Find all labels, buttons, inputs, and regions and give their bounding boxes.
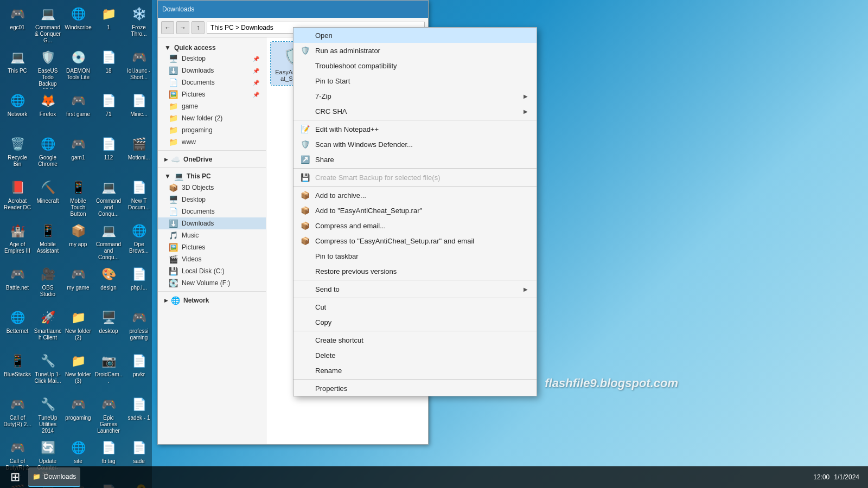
context-menu-item-7zip[interactable]: 7-Zip ▶: [293, 88, 537, 104]
desktop-icon-command-conquer[interactable]: 💻 Command & Conquer G...: [33, 2, 63, 46]
context-menu-item-notepad[interactable]: 📝 Edit with Notepad++: [293, 121, 537, 137]
desktop-icon-sadek-1[interactable]: 📄 sadek - 1: [124, 393, 154, 436]
context-menu-item-troubleshoot[interactable]: Troubleshoot compatibility: [293, 58, 537, 73]
desktop-icon-professi-gaming[interactable]: 🎮 professi gaming: [124, 306, 154, 349]
desktop-icon-droidcam[interactable]: 📷 DroidCam...: [93, 349, 124, 393]
sidebar-item-desktop-pc[interactable]: 🖥️ Desktop: [158, 194, 266, 206]
desktop-icon-froze-thro[interactable]: ❄️ Froze Thro...: [124, 2, 154, 46]
back-button[interactable]: ←: [161, 21, 174, 34]
sidebar-item-local-disk[interactable]: 💾 Local Disk (C:): [158, 265, 266, 277]
context-menu-item-properties[interactable]: Properties: [293, 381, 537, 396]
desktop-icon-img-my-game: 🎮: [69, 266, 87, 283]
desktop-icon-progaming[interactable]: 🎮 progaming: [63, 393, 93, 436]
desktop-icon-first-game[interactable]: 🎮 first game: [63, 89, 93, 132]
desktop-icon-112[interactable]: 📄 112: [93, 132, 124, 176]
sidebar-item-www[interactable]: 📁 www: [158, 136, 266, 148]
start-button[interactable]: ⊞: [4, 467, 26, 487]
desktop-icon-daemon-tools[interactable]: 💿 DAEMON Tools Lite: [63, 46, 93, 89]
sidebar-item-downloads-quick[interactable]: ⬇️ Downloads 📌: [158, 65, 266, 76]
context-menu-item-create-shortcut[interactable]: Create shortcut: [293, 332, 537, 348]
context-menu-item-compress-email[interactable]: 📦 Compress and email...: [293, 218, 537, 233]
desktop-icon-new-folder3[interactable]: 📁 New folder (3): [63, 349, 93, 393]
sidebar-item-3d-objects[interactable]: 📦 3D Objects: [158, 182, 266, 194]
sidebar-item-desktop-quick[interactable]: 🖥️ Desktop 📌: [158, 53, 266, 65]
desktop-icon-command-conq2[interactable]: 💻 Command and Conqu...: [93, 176, 124, 219]
context-menu-item-pin-taskbar[interactable]: Pin to taskbar: [293, 248, 537, 264]
context-menu-item-rename[interactable]: Rename: [293, 363, 537, 378]
desktop-icon-command-conq3[interactable]: 💻 Command and Conqu...: [93, 219, 124, 262]
sidebar-item-downloads-pc[interactable]: ⬇️ Downloads: [158, 217, 266, 229]
desktop-icon-acrobat[interactable]: 📕 Acrobat Reader DC: [2, 176, 33, 219]
desktop-icon-call-of-duty[interactable]: 🎮 Call of Duty(R) 2...: [2, 393, 33, 436]
sidebar-item-videos[interactable]: 🎬 Videos: [158, 253, 266, 265]
desktop-icon-1[interactable]: 📁 1: [93, 2, 124, 46]
desktop-icon-ope-brows[interactable]: 🌐 Ope Brows...: [124, 219, 154, 262]
desktop-icon-mobile-assist[interactable]: 📱 Mobile Assistant: [33, 219, 63, 262]
sidebar-item-documents-pc[interactable]: 📄 Documents: [158, 206, 266, 217]
context-menu-item-restore-versions[interactable]: Restore previous versions: [293, 264, 537, 279]
7zip-arrow-icon: ▶: [524, 93, 528, 99]
context-menu-item-defender[interactable]: 🛡️ Scan with Windows Defender...: [293, 137, 537, 152]
sidebar-item-new-volume[interactable]: 💽 New Volume (F:): [158, 277, 266, 289]
taskbar-item-explorer[interactable]: 📁 Downloads: [28, 467, 80, 487]
desktop-icon-firefox[interactable]: 🦊 Firefox: [33, 89, 63, 132]
share-icon: ↗️: [300, 155, 310, 164]
context-menu-item-send-to[interactable]: Send to ▶: [293, 281, 537, 297]
desktop-icon-recycle-bin[interactable]: 🗑️ Recycle Bin: [2, 132, 33, 176]
desktop-icon-egc01[interactable]: 🎮 egc01: [2, 2, 33, 46]
desktop-icon-betternet[interactable]: 🌐 Betternet: [2, 306, 33, 349]
context-menu-item-add-rar[interactable]: 📦 Add to "EasyAntiCheat_Setup.rar": [293, 203, 537, 218]
desktop-icon-bluestacks[interactable]: 📱 BlueStacks: [2, 349, 33, 393]
desktop-icon-motioni[interactable]: 🎬 Motioni...: [124, 132, 154, 176]
desktop-icon-this-pc[interactable]: 💻 This PC: [2, 46, 33, 89]
sidebar-item-documents-quick[interactable]: 📄 Documents 📌: [158, 76, 266, 88]
desktop-icon-new-folder2[interactable]: 📁 New folder (2): [63, 306, 93, 349]
desktop-icon-71[interactable]: 📄 71: [93, 89, 124, 132]
desktop-icon-18[interactable]: 📄 18: [93, 46, 124, 89]
context-menu-item-copy[interactable]: Copy: [293, 314, 537, 330]
desktop-icon-mobile-touch[interactable]: 📱 Mobile Touch Button: [63, 176, 93, 219]
desktop-icon-label-smartlaunch: Smartlaunch Client: [34, 328, 62, 341]
desktop-icon-tuneup[interactable]: 🔧 TuneUp 1-Click Mai...: [33, 349, 63, 393]
context-menu-item-delete[interactable]: Delete: [293, 348, 537, 363]
desktop-icon-tuneup2[interactable]: 🔧 TuneUp Utilities 2014: [33, 393, 63, 436]
sidebar-item-pictures-quick[interactable]: 🖼️ Pictures 📌: [158, 88, 266, 100]
context-menu-item-share[interactable]: ↗️ Share: [293, 152, 537, 167]
context-menu-item-add-archive[interactable]: 📦 Add to archive...: [293, 188, 537, 203]
desktop-icon-minecraft[interactable]: ⛏️ Minecraft: [33, 176, 63, 219]
desktop-icon-windscribe[interactable]: 🌐 Windscribe: [63, 2, 93, 46]
context-menu-item-run-admin[interactable]: 🛡️ Run as administrator: [293, 43, 537, 58]
sidebar-item-game[interactable]: 📁 game: [158, 100, 266, 112]
desktop-icon-google-chrome[interactable]: 🌐 Google Chrome: [33, 132, 63, 176]
sidebar-item-music[interactable]: 🎵 Music: [158, 229, 266, 241]
context-menu-item-crc-sha[interactable]: CRC SHA ▶: [293, 104, 537, 119]
sidebar-item-progaming[interactable]: 📁 progaming: [158, 124, 266, 136]
desktop-icon-easeus-todo[interactable]: 🛡️ EaseUS Todo Backup 10.0: [33, 46, 63, 89]
desktop-icon-gam1[interactable]: 🎮 gam1: [63, 132, 93, 176]
desktop-icon-desktop2[interactable]: 🖥️ desktop: [93, 306, 124, 349]
desktop-icon-obs-studio[interactable]: 🎥 OBS Studio: [33, 262, 63, 306]
desktop-icon-my-game[interactable]: 🎮 my game: [63, 262, 93, 306]
forward-button[interactable]: →: [176, 21, 189, 34]
context-menu-item-compress-rar-email[interactable]: 📦 Compress to "EasyAntiCheat_Setup.rar" …: [293, 233, 537, 248]
desktop-icon-new-t-docum[interactable]: 📄 New T Docum...: [124, 176, 154, 219]
desktop-icon-my-app[interactable]: 📦 my app: [63, 219, 93, 262]
desktop-icon-design[interactable]: 🎨 design: [93, 262, 124, 306]
context-menu-item-open[interactable]: Open: [293, 28, 537, 43]
desktop-icon-lol-launch[interactable]: 🎮 lol.launc - Short...: [124, 46, 154, 89]
up-button[interactable]: ↑: [192, 21, 205, 34]
desktop-icon-smartlaunch[interactable]: 🚀 Smartlaunch Client: [33, 306, 63, 349]
desktop-icon-epic-games[interactable]: 🎮 Epic Games Launcher: [93, 393, 124, 436]
desktop-icon-php-i[interactable]: 📄 php.i...: [124, 262, 154, 306]
context-menu-item-cut[interactable]: Cut: [293, 299, 537, 314]
desktop-icon-prvkr[interactable]: 📄 prvkr: [124, 349, 154, 393]
sidebar-item-music-label: Music: [182, 232, 199, 239]
desktop-icon-network[interactable]: 🌐 Network: [2, 89, 33, 132]
desktop-icon-battle-net[interactable]: 🎮 Battle.net: [2, 262, 33, 306]
sidebar-item-pictures-pc[interactable]: 🖼️ Pictures: [158, 241, 266, 253]
context-menu-item-pin-start[interactable]: Pin to Start: [293, 73, 537, 88]
add-archive-icon: 📦: [300, 190, 310, 200]
sidebar-item-new-folder2[interactable]: 📁 New folder (2): [158, 112, 266, 124]
desktop-icon-minic[interactable]: 📄 Minic...: [124, 89, 154, 132]
desktop-icon-age-of-empires[interactable]: 🏰 Age of Empires III: [2, 219, 33, 262]
